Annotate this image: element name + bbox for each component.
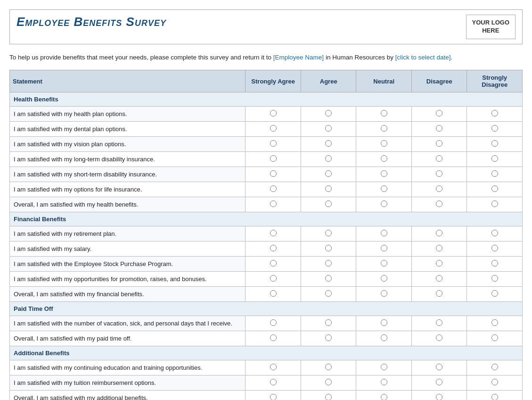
radio-cell-neutral[interactable] (356, 242, 412, 257)
radio-disagree[interactable] (436, 260, 442, 267)
radio-strongly-disagree[interactable] (491, 245, 498, 251)
radio-cell-agree[interactable] (301, 272, 356, 287)
radio-cell-neutral[interactable] (356, 316, 412, 331)
radio-neutral[interactable] (381, 334, 387, 341)
radio-strongly-agree[interactable] (270, 334, 277, 341)
radio-cell-strongly-disagree[interactable] (467, 107, 523, 122)
radio-strongly-disagree[interactable] (491, 275, 498, 282)
radio-neutral[interactable] (381, 245, 387, 251)
radio-cell-strongly-disagree[interactable] (467, 331, 523, 346)
radio-cell-disagree[interactable] (411, 152, 467, 167)
radio-disagree[interactable] (436, 394, 442, 400)
radio-cell-strongly-agree[interactable] (246, 287, 301, 302)
radio-cell-strongly-agree[interactable] (246, 107, 301, 122)
radio-strongly-agree[interactable] (270, 290, 277, 297)
radio-cell-agree[interactable] (301, 316, 356, 331)
radio-strongly-disagree[interactable] (491, 394, 498, 400)
radio-cell-neutral[interactable] (356, 272, 412, 287)
radio-agree[interactable] (325, 245, 332, 251)
radio-cell-strongly-agree[interactable] (246, 182, 301, 197)
radio-disagree[interactable] (436, 170, 442, 177)
radio-disagree[interactable] (436, 364, 442, 370)
radio-disagree[interactable] (436, 275, 442, 282)
radio-disagree[interactable] (436, 334, 442, 341)
radio-strongly-agree[interactable] (270, 245, 277, 251)
radio-neutral[interactable] (381, 394, 387, 400)
radio-strongly-disagree[interactable] (491, 364, 498, 370)
radio-disagree[interactable] (436, 125, 442, 132)
radio-cell-strongly-disagree[interactable] (467, 226, 523, 242)
radio-cell-strongly-agree[interactable] (246, 137, 301, 152)
radio-disagree[interactable] (436, 110, 442, 117)
radio-cell-strongly-agree[interactable] (246, 316, 301, 331)
radio-strongly-disagree[interactable] (491, 110, 498, 117)
radio-cell-strongly-agree[interactable] (246, 391, 301, 400)
radio-strongly-disagree[interactable] (491, 260, 498, 267)
radio-strongly-agree[interactable] (270, 394, 277, 400)
radio-cell-neutral[interactable] (356, 226, 412, 242)
radio-cell-disagree[interactable] (411, 137, 467, 152)
radio-cell-disagree[interactable] (411, 197, 467, 212)
radio-cell-strongly-disagree[interactable] (467, 272, 523, 287)
radio-cell-agree[interactable] (301, 391, 356, 400)
radio-neutral[interactable] (381, 185, 387, 192)
radio-cell-disagree[interactable] (411, 226, 467, 242)
radio-cell-strongly-disagree[interactable] (467, 360, 523, 375)
radio-cell-strongly-agree[interactable] (246, 122, 301, 137)
radio-strongly-agree[interactable] (270, 200, 277, 207)
radio-cell-neutral[interactable] (356, 375, 412, 391)
radio-agree[interactable] (325, 260, 332, 267)
radio-neutral[interactable] (381, 260, 387, 267)
radio-agree[interactable] (325, 364, 332, 370)
radio-agree[interactable] (325, 170, 332, 177)
radio-neutral[interactable] (381, 364, 387, 370)
radio-cell-disagree[interactable] (411, 122, 467, 137)
radio-strongly-disagree[interactable] (491, 290, 498, 297)
radio-agree[interactable] (325, 275, 332, 282)
radio-cell-strongly-agree[interactable] (246, 152, 301, 167)
radio-neutral[interactable] (381, 110, 387, 117)
radio-cell-strongly-disagree[interactable] (467, 375, 523, 391)
radio-cell-strongly-agree[interactable] (246, 197, 301, 212)
radio-cell-strongly-disagree[interactable] (467, 391, 523, 400)
radio-agree[interactable] (325, 185, 332, 192)
radio-cell-strongly-disagree[interactable] (467, 197, 523, 212)
radio-agree[interactable] (325, 140, 332, 147)
radio-strongly-disagree[interactable] (491, 379, 498, 385)
radio-neutral[interactable] (381, 155, 387, 162)
radio-disagree[interactable] (436, 379, 442, 385)
radio-cell-strongly-agree[interactable] (246, 242, 301, 257)
radio-disagree[interactable] (436, 185, 442, 192)
radio-cell-neutral[interactable] (356, 360, 412, 375)
date-link[interactable]: [click to select date] (395, 54, 451, 61)
radio-agree[interactable] (325, 334, 332, 341)
radio-disagree[interactable] (436, 245, 442, 251)
radio-cell-agree[interactable] (301, 287, 356, 302)
radio-neutral[interactable] (381, 170, 387, 177)
radio-cell-neutral[interactable] (356, 107, 412, 122)
radio-agree[interactable] (325, 230, 332, 236)
radio-cell-strongly-disagree[interactable] (467, 152, 523, 167)
radio-cell-neutral[interactable] (356, 122, 412, 137)
radio-disagree[interactable] (436, 319, 442, 326)
radio-cell-disagree[interactable] (411, 257, 467, 272)
radio-cell-agree[interactable] (301, 375, 356, 391)
radio-cell-strongly-agree[interactable] (246, 331, 301, 346)
radio-cell-agree[interactable] (301, 257, 356, 272)
radio-cell-agree[interactable] (301, 331, 356, 346)
radio-strongly-agree[interactable] (270, 364, 277, 370)
radio-neutral[interactable] (381, 319, 387, 326)
radio-agree[interactable] (325, 125, 332, 132)
radio-strongly-disagree[interactable] (491, 170, 498, 177)
radio-agree[interactable] (325, 379, 332, 385)
radio-cell-agree[interactable] (301, 242, 356, 257)
radio-neutral[interactable] (381, 230, 387, 236)
radio-cell-disagree[interactable] (411, 242, 467, 257)
radio-agree[interactable] (325, 290, 332, 297)
radio-cell-neutral[interactable] (356, 152, 412, 167)
radio-cell-disagree[interactable] (411, 375, 467, 391)
radio-cell-strongly-disagree[interactable] (467, 242, 523, 257)
radio-cell-agree[interactable] (301, 167, 356, 182)
radio-cell-neutral[interactable] (356, 287, 412, 302)
radio-cell-neutral[interactable] (356, 391, 412, 400)
